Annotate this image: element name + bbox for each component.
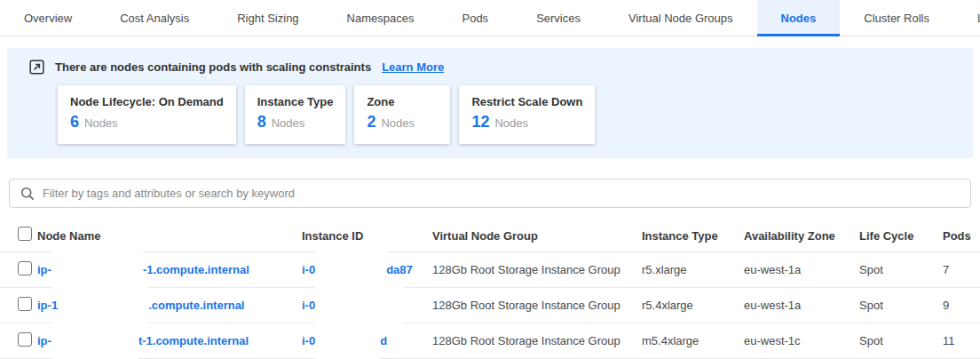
redaction-box [58,287,148,326]
card-unit: Nodes [272,116,305,130]
search-input[interactable] [43,187,960,200]
constraint-cards: Node Lifecycle: On Demand 6Nodes Instanc… [58,85,959,144]
table-header: Node Name Instance ID Virtual Node Group… [0,219,980,252]
card-count: 12 [471,113,489,131]
card-count: 8 [257,113,266,131]
instance-id-link[interactable]: i-0 [302,299,404,312]
tab-overview[interactable]: Overview [0,0,96,36]
learn-more-link[interactable]: Learn More [382,60,444,74]
select-all-checkbox[interactable] [18,227,32,241]
tab-right-sizing[interactable]: Right Sizing [213,0,322,36]
table-row: ip-t-1.compute.internal i-0d 128Gb Root … [0,323,980,359]
tab-namespaces[interactable]: Namespaces [323,0,439,36]
instance-type-cell: m5.4xlarge [642,334,744,347]
table-row: ip-1.compute.internal i-0 128Gb Root Sto… [0,288,980,323]
col-instance-type: Instance Type [642,229,744,243]
col-node-name: Node Name [37,229,302,243]
col-pods: Pods [943,229,980,243]
node-name-link[interactable]: ip-t-1.compute.internal [37,334,249,347]
search-icon [20,187,35,201]
tab-log[interactable]: Log [953,0,980,36]
card-count: 2 [367,113,375,131]
table-row: ip--1.compute.internal i-0da87 128Gb Roo… [0,252,980,288]
row-checkbox[interactable] [18,261,32,275]
availability-zone-cell: eu-west-1a [744,299,859,312]
virtual-node-group-cell: 128Gb Root Storage Instance Group [432,263,642,276]
life-cycle-cell: Spot [859,299,943,312]
node-name-link[interactable]: ip--1.compute.internal [37,263,249,276]
card-title: Instance Type [257,94,334,110]
life-cycle-cell: Spot [859,334,943,347]
redaction-box [315,323,380,359]
col-instance-id: Instance ID [302,229,432,243]
redaction-box [51,251,143,291]
card-count: 6 [70,113,79,131]
col-life-cycle: Life Cycle [859,229,943,243]
banner-message: There are nodes containing pods with sca… [55,60,371,74]
card-restrict-scale-down[interactable]: Restrict Scale Down 12Nodes [459,85,595,144]
tab-nodes[interactable]: Nodes [757,0,841,36]
row-checkbox[interactable] [18,332,32,347]
tab-services[interactable]: Services [512,0,605,36]
tab-bar: Overview Cost Analysis Right Sizing Name… [0,0,980,36]
filter-bar [9,179,971,208]
redaction-box [315,287,404,326]
card-title: Node Lifecycle: On Demand [70,94,224,110]
nodes-table: Node Name Instance ID Virtual Node Group… [0,219,980,359]
card-unit: Nodes [84,116,118,130]
pods-cell: 7 [943,263,980,276]
col-availability-zone: Availability Zone [744,229,859,243]
availability-zone-cell: eu-west-1c [744,334,859,347]
card-node-lifecycle[interactable]: Node Lifecycle: On Demand 6Nodes [58,85,236,144]
tab-cost-analysis[interactable]: Cost Analysis [96,0,213,36]
life-cycle-cell: Spot [859,263,943,276]
card-zone[interactable]: Zone 2Nodes [354,85,450,144]
virtual-node-group-cell: 128Gb Root Storage Instance Group [432,299,642,312]
instance-type-cell: r5.xlarge [642,263,744,276]
instance-id-link[interactable]: i-0d [302,334,387,347]
instance-id-link[interactable]: i-0da87 [302,263,413,276]
scaling-constraints-banner: There are nodes containing pods with sca… [7,48,973,158]
card-instance-type[interactable]: Instance Type 8Nodes [245,85,346,144]
col-virtual-node-group: Virtual Node Group [432,229,642,243]
node-name-link[interactable]: ip-1.compute.internal [37,299,244,312]
pods-cell: 11 [943,334,980,347]
redaction-box [315,251,386,291]
tab-cluster-rolls[interactable]: Cluster Rolls [840,0,953,36]
card-unit: Nodes [494,116,528,130]
availability-zone-cell: eu-west-1a [744,263,859,276]
tab-pods[interactable]: Pods [438,0,512,36]
card-unit: Nodes [381,116,415,130]
card-title: Restrict Scale Down [471,94,582,110]
pods-cell: 9 [943,299,980,312]
card-title: Zone [367,94,438,110]
virtual-node-group-cell: 128Gb Root Storage Instance Group [432,334,642,347]
tab-virtual-node-groups[interactable]: Virtual Node Groups [605,0,757,36]
expand-arrow-icon [29,60,44,75]
row-checkbox[interactable] [18,297,32,311]
redaction-box [51,323,138,359]
instance-type-cell: r5.4xlarge [642,299,744,312]
